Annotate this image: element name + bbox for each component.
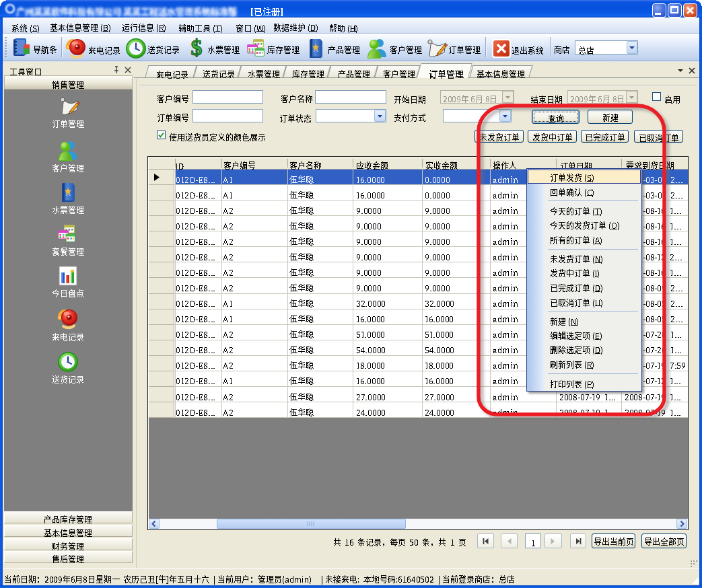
- svg-text:$: $: [191, 35, 203, 59]
